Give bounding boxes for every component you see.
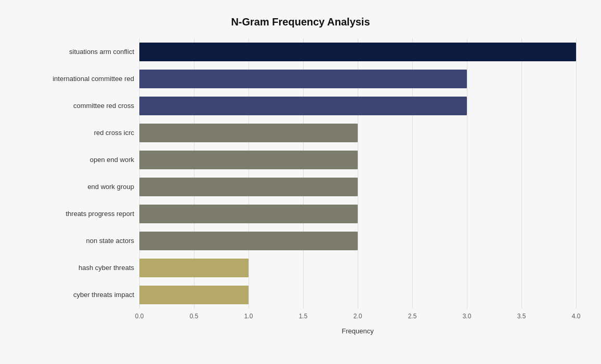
bar [139,205,358,223]
chart-container: N-Gram Frequency Analysis situations arm… [15,6,586,359]
x-tick: 3.0 [463,313,472,320]
bar-row [139,204,576,224]
y-label: red cross icrc [25,119,134,146]
bar [139,70,467,88]
x-tick: 0.5 [190,313,199,320]
bar-row [139,69,576,89]
grid-line [576,38,577,308]
y-label: threats progress report [25,200,134,227]
bar [139,124,358,142]
x-tick: 3.5 [517,313,526,320]
bar [139,232,358,250]
y-label: cyber threats impact [25,281,134,308]
bar-row [139,96,576,116]
y-label: non state actors [25,227,134,254]
bar-row [139,258,576,278]
x-tick: 1.5 [299,313,308,320]
bar-row [139,231,576,251]
bar-row [139,177,576,197]
y-label: situations arm conflict [25,38,134,65]
bar [139,178,358,196]
bar [139,259,249,277]
y-label: committee red cross [25,92,134,119]
y-label: international committee red [25,65,134,92]
x-axis: 0.00.51.01.52.02.53.03.54.0 [139,308,576,313]
bar-row [139,123,576,143]
x-tick: 1.0 [244,313,253,320]
y-label: end work group [25,173,134,200]
y-label: hash cyber threats [25,254,134,281]
bar-row [139,42,576,62]
y-labels: situations arm conflictinternational com… [25,38,139,308]
chart-title: N-Gram Frequency Analysis [25,16,576,28]
x-tick: 2.5 [408,313,417,320]
x-axis-label: Frequency [139,327,576,335]
bars-and-grid [139,38,576,308]
x-tick: 2.0 [354,313,362,320]
bars-section: situations arm conflictinternational com… [25,38,576,308]
chart-area: situations arm conflictinternational com… [25,38,576,319]
bar-row [139,285,576,305]
bar [139,43,576,61]
bar [139,97,467,115]
x-tick: 0.0 [135,313,144,320]
bar-row [139,150,576,170]
bar [139,151,358,169]
bar [139,286,249,304]
y-label: open end work [25,146,134,173]
x-tick: 4.0 [572,313,581,320]
